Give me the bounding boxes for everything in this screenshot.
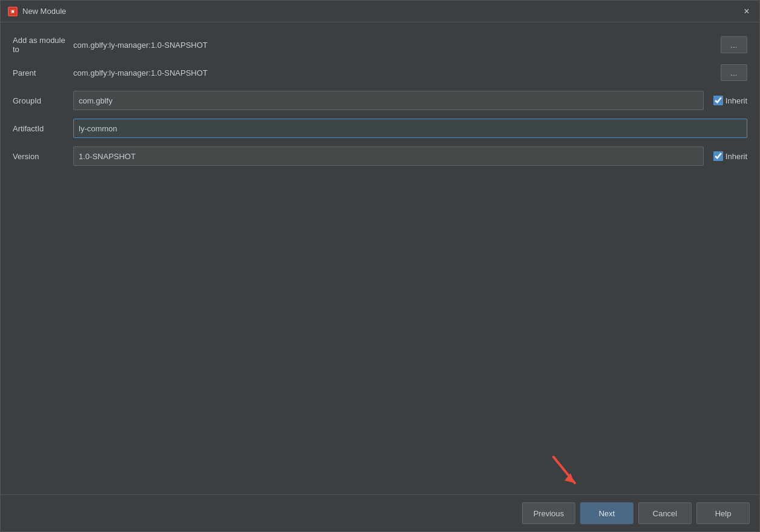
svg-rect-3	[12, 10, 14, 13]
version-row: Version Inherit	[13, 146, 747, 166]
group-id-label: GroupId	[13, 96, 73, 105]
add-module-label: Add as module to	[13, 36, 73, 54]
dialog-title: New Module	[22, 7, 66, 16]
cancel-button[interactable]: Cancel	[638, 502, 692, 524]
previous-button[interactable]: Previous	[522, 502, 575, 524]
help-button[interactable]: Help	[696, 502, 750, 524]
title-bar-left: New Module	[7, 5, 66, 18]
version-inherit-checkbox[interactable]	[713, 151, 723, 161]
dialog-footer: Previous Next Cancel Help	[1, 494, 759, 531]
group-id-input[interactable]	[73, 91, 704, 110]
artifact-id-label: ArtifactId	[13, 124, 73, 133]
dialog-content: Add as module to com.gblfy:ly-manager:1.…	[1, 22, 759, 494]
module-icon	[7, 5, 19, 18]
next-button[interactable]: Next	[580, 502, 633, 524]
group-id-inherit-checkbox[interactable]	[713, 96, 723, 105]
artifact-id-input[interactable]	[73, 119, 747, 138]
version-label: Version	[13, 152, 73, 161]
artifact-id-row: ArtifactId	[13, 118, 747, 139]
parent-static-value: com.gblfy:ly-manager:1.0-SNAPSHOT	[73, 68, 716, 77]
add-module-static-value: com.gblfy:ly-manager:1.0-SNAPSHOT	[73, 41, 716, 50]
group-id-input-wrapper: Inherit	[73, 91, 747, 110]
version-inherit-wrapper: Inherit	[713, 151, 747, 161]
parent-browse-button[interactable]: ...	[721, 64, 747, 81]
close-button[interactable]: ×	[740, 5, 753, 18]
version-input-wrapper: Inherit	[73, 146, 747, 166]
group-id-row: GroupId Inherit	[13, 90, 747, 111]
new-module-dialog: New Module × Add as module to com.gblfy:…	[0, 0, 760, 532]
add-module-row: Add as module to com.gblfy:ly-manager:1.…	[13, 34, 747, 55]
group-id-inherit-wrapper: Inherit	[713, 96, 747, 105]
add-module-value-wrapper: com.gblfy:ly-manager:1.0-SNAPSHOT ...	[73, 36, 747, 53]
parent-label: Parent	[13, 68, 73, 77]
add-module-value-text: com.gblfy:ly-manager:1.0-SNAPSHOT	[73, 41, 208, 50]
parent-value-wrapper: com.gblfy:ly-manager:1.0-SNAPSHOT ...	[73, 64, 747, 81]
title-bar: New Module ×	[1, 1, 759, 22]
artifact-id-input-wrapper	[73, 119, 747, 138]
parent-row: Parent com.gblfy:ly-manager:1.0-SNAPSHOT…	[13, 62, 747, 83]
parent-value-text: com.gblfy:ly-manager:1.0-SNAPSHOT	[73, 68, 208, 77]
group-id-inherit-label[interactable]: Inherit	[725, 96, 747, 105]
add-module-browse-button[interactable]: ...	[721, 36, 747, 53]
version-inherit-label[interactable]: Inherit	[725, 152, 747, 161]
version-input[interactable]	[73, 146, 704, 166]
